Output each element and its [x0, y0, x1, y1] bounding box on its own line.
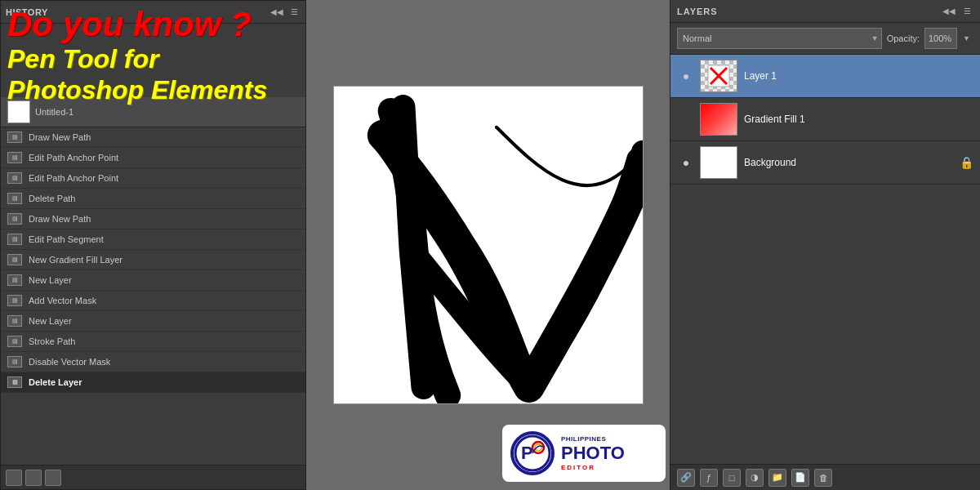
layers-collapse-btn[interactable]: ◀◀	[940, 6, 958, 16]
blend-mode-select[interactable]: Normal	[677, 28, 882, 49]
opacity-arrow-icon: ▼	[963, 34, 970, 42]
history-icon: ▤	[7, 234, 22, 245]
layer-thumbnail-bg	[700, 146, 737, 179]
history-item-new-layer-2[interactable]: ▤ New Layer	[1, 311, 305, 332]
history-icon: ▤	[7, 172, 22, 184]
layers-list: ● Layer 1 ●	[670, 55, 980, 464]
opacity-select[interactable]: 100%	[924, 28, 957, 49]
layer-visibility-eye-gradient[interactable]: ●	[677, 110, 695, 128]
history-item-stroke-path[interactable]: ▤ Stroke Path	[1, 332, 305, 352]
gradient-fill-name: Gradient Fill 1	[744, 114, 973, 125]
history-new-snapshot-btn[interactable]	[6, 470, 22, 486]
untitled-thumbnail	[7, 100, 30, 123]
history-item-label: New Gradient Fill Layer	[29, 255, 122, 265]
layers-panel-controls: ◀◀ ☰	[940, 6, 973, 16]
history-bottom-toolbar	[1, 465, 305, 489]
history-item-label: Delete Path	[29, 194, 75, 203]
history-panel-header: HISTORY ◀◀ ☰	[1, 1, 305, 24]
layers-panel: LAYERS ◀◀ ☰ Normal ▼ Opacity: 100% ▼ ●	[670, 0, 980, 490]
bg-thumb-content	[701, 147, 737, 178]
link-layers-btn[interactable]: 🔗	[677, 469, 695, 487]
layers-header: LAYERS ◀◀ ☰	[670, 0, 980, 23]
logo-circle-svg: P	[514, 434, 551, 472]
history-item-label: Edit Path Segment	[29, 234, 104, 244]
history-item[interactable]: ▤ Edit Path Segment	[1, 229, 305, 250]
layer-visibility-eye[interactable]: ●	[677, 67, 695, 85]
panel-controls: ◀◀ ☰	[268, 7, 301, 17]
gradient-thumb-content	[701, 104, 737, 135]
logo-philippines-text: PHILIPPINES	[561, 435, 625, 443]
philippines-photo-editor-logo: P PHILIPPINES P HOTO EDITOR	[502, 425, 666, 482]
history-icon: ▤	[7, 376, 22, 388]
history-panel: HISTORY ◀◀ ☰ Do you know ? Pen Tool for …	[0, 0, 306, 490]
layer1-content	[701, 60, 737, 91]
logo-photo-row: P HOTO	[561, 443, 625, 464]
history-trash-btn[interactable]	[45, 470, 61, 486]
opacity-value: 100%	[929, 33, 951, 43]
history-icon: ▤	[7, 295, 22, 306]
history-icon: ▤	[7, 336, 22, 347]
layer-thumbnail-layer1	[700, 60, 737, 92]
opacity-label: Opacity:	[887, 33, 920, 43]
panel-menu-btn[interactable]: ☰	[288, 7, 301, 17]
delete-layer-btn[interactable]: 🗑	[814, 469, 832, 487]
history-item[interactable]: ▤ Delete Path	[1, 189, 305, 209]
layer1-name: Layer 1	[744, 70, 973, 82]
untitled-tab[interactable]: Untitled-1	[1, 97, 305, 127]
panel-collapse-btn[interactable]: ◀◀	[268, 7, 286, 17]
history-item[interactable]: ▤ Edit Path Anchor Point	[1, 148, 305, 168]
history-list[interactable]: ▤ Draw New Path ▤ Edit Path Anchor Point…	[1, 127, 305, 465]
blend-mode-wrapper: Normal ▼	[677, 28, 882, 49]
logo-editor-text: EDITOR	[561, 464, 625, 471]
logo-text-area: PHILIPPINES P HOTO EDITOR	[561, 435, 625, 471]
history-item[interactable]: ▤ New Gradient Fill Layer	[1, 250, 305, 270]
history-item-label: Disable Vector Mask	[29, 357, 110, 367]
history-item[interactable]: ▤ Edit Path Anchor Point	[1, 168, 305, 189]
header-title-row: HISTORY	[6, 7, 48, 17]
layer-visibility-eye-bg[interactable]: ●	[677, 154, 695, 172]
blend-mode-value: Normal	[683, 33, 711, 43]
add-mask-btn[interactable]: □	[723, 469, 741, 487]
history-new-doc-btn[interactable]	[25, 470, 42, 486]
history-item[interactable]: ▤ Disable Vector Mask	[1, 352, 305, 372]
history-item-label: Edit Path Anchor Point	[29, 173, 118, 183]
background-layer-name: Background	[744, 157, 960, 168]
opacity-wrapper: 100% ▼	[924, 28, 973, 49]
layer1-checkerboard	[701, 60, 737, 91]
untitled-label: Untitled-1	[35, 107, 74, 117]
layer-thumbnail-gradient	[700, 103, 737, 136]
create-new-layer-btn[interactable]: 📄	[791, 469, 809, 487]
history-icon: ▤	[7, 193, 22, 204]
history-icon: ▤	[7, 254, 22, 265]
history-item-label: Add Vector Mask	[29, 296, 96, 305]
history-item-label: Stroke Path	[29, 336, 75, 346]
layer-item-background[interactable]: ● Background 🔒	[670, 141, 980, 185]
history-item[interactable]: ▤ Draw New Path	[1, 209, 305, 229]
logo-hoto-text: HOTO	[573, 444, 625, 462]
history-icon: ▤	[7, 213, 22, 225]
history-item-delete-layer[interactable]: ▤ Delete Layer	[1, 372, 305, 393]
lock-icon: 🔒	[960, 156, 973, 169]
layer-item-layer1[interactable]: ● Layer 1	[670, 55, 980, 98]
logo-p-letter: P	[561, 443, 573, 464]
layer-item-gradient[interactable]: ● Gradient Fill 1	[670, 98, 980, 141]
history-icon: ▤	[7, 356, 22, 368]
history-item-label: Draw New Path	[29, 214, 91, 224]
add-style-btn[interactable]: ƒ	[700, 469, 718, 487]
logo-circle: P	[510, 431, 555, 475]
history-icon: ▤	[7, 315, 22, 327]
history-item[interactable]: ▤ Add Vector Mask	[1, 291, 305, 311]
create-group-btn[interactable]: 📁	[768, 469, 786, 487]
history-item-label: Edit Path Anchor Point	[29, 153, 118, 163]
blend-opacity-row: Normal ▼ Opacity: 100% ▼	[670, 23, 980, 55]
layers-menu-btn[interactable]: ☰	[961, 6, 973, 16]
history-item-label: New Layer	[29, 275, 72, 285]
svg-text:P: P	[521, 443, 533, 463]
layers-panel-title: LAYERS	[677, 7, 718, 16]
history-item-label: Draw New Path	[29, 132, 91, 142]
create-fill-btn[interactable]: ◑	[746, 469, 764, 487]
history-panel-title: HISTORY	[6, 7, 48, 17]
history-item[interactable]: ▤ Draw New Path	[1, 127, 305, 148]
history-item-new-layer-1[interactable]: ▤ New Layer	[1, 270, 305, 291]
canvas-area	[306, 0, 670, 490]
